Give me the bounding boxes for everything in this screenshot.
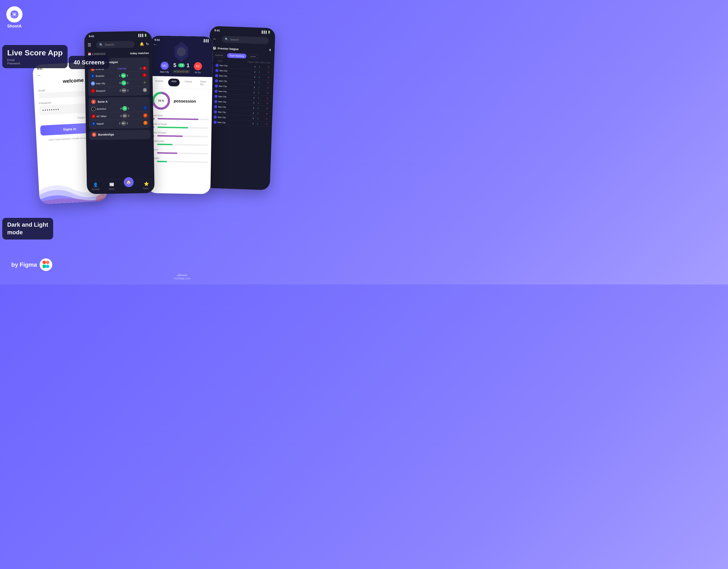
away-team-name: Fc Fu [195,71,201,74]
ranking-search[interactable]: 🔍 Search [222,36,269,44]
nav-favorites[interactable]: ⭐ Favo... [143,182,150,190]
ranking-signal: ▐▐▐ 🔋 [261,30,271,34]
stats-tab[interactable]: stats [168,79,180,86]
arsenal-time: 6.00 PM [118,67,126,70]
acmilan-away-logo: R [143,114,147,118]
team-dot-3 [215,79,218,82]
juventus-name: Juventus [96,107,106,110]
col-drew: Drew [260,61,265,64]
man-logo: M [142,66,146,70]
ranking-time: 9:41 [214,29,220,32]
everton-away-logo: F [143,73,147,77]
team-ranking-tab[interactable]: Team Ranking [227,53,247,59]
serie-a-icon: A [91,100,96,104]
notification-icon[interactable]: 🔔 [140,42,144,46]
stats-header: 9:41 ▐▐▐ ← MC Man City 5 [149,36,213,77]
match-row-everton[interactable]: E Everton 1 85 3 F [91,72,147,80]
app-title-text: Live Score App [7,48,63,57]
stats-tabs: Events stats Lineup Team Ra... [149,76,212,90]
password-hint: Password [7,62,63,65]
back-arrow-stats: ← [153,42,157,47]
napoli-score-home: 1 [119,122,120,125]
liverpool-logo: L [91,89,95,93]
mancity-badge: 71 [121,80,126,85]
acmilan-name: AC Milan [96,115,107,118]
juventus-score-away: 1 [128,107,129,110]
matches-tab[interactable]: matches [212,53,226,58]
napoli-badge: 90+ [121,121,126,126]
match-row-napoli[interactable]: N Napoli 1 90+ 2 R [92,119,148,127]
team-dot-1 [215,69,218,72]
team-dot-7 [214,100,217,103]
main-time: 9:41 [89,35,94,38]
home-team-name: Man City [160,70,169,73]
liverpool-away-logo: N [143,88,147,92]
stats-back[interactable]: ← [153,42,157,47]
stats-signal: ▐▐▐ [203,39,209,42]
col-played: Played [247,61,254,63]
score-tab[interactable]: score [248,54,258,59]
juventus-badge: 77 [122,106,127,111]
ranking-back[interactable]: ← [213,36,217,41]
mancity-score-away: 1 [127,82,128,84]
stat-corner: Corner 8 [148,147,211,157]
nav-news[interactable]: 📰 News [109,182,115,190]
ranking-league-name: Premier league [218,47,239,51]
app-title-label: Live Score App Email Password [2,45,68,68]
bundesliga-section: B Bundesliga [89,130,150,140]
juventus-logo: J [91,107,96,111]
app-name: ShootA [7,24,22,29]
refresh-icon[interactable]: ↻ [146,42,149,46]
stat-shots-target: Shots on target 20 [148,121,212,131]
napoli-name: Napoli [97,122,104,125]
match-row-mancity[interactable]: M man city 5 71 1 N [91,79,147,87]
dark-light-text: Dark and Lightmode [7,221,48,236]
svg-point-4 [14,14,15,15]
team-dot-5 [214,90,218,93]
team-dot-8 [214,105,217,108]
liverpool-badge: End [122,88,127,93]
main-signal: ▐▐▐ 🔋 [137,34,147,37]
logo-area: ShootA [6,6,23,29]
match-row-juventus[interactable]: J Juventus 4 77 1 I [91,104,147,113]
possession-row: 70 % possession [149,89,212,114]
pl-icon: ⚽ [212,46,216,50]
away-team-logo: FC [194,62,202,70]
serie-a-section: A Serie A J Juventus 4 77 1 I M AC Milan [89,97,150,129]
stat-shots-off-target: Shots of target 15 [148,130,212,140]
everton-score-away: 3 [127,74,128,77]
pl-badge-bg [170,40,193,64]
lineup-tab[interactable]: Lineup [181,79,195,87]
account-icon: 👤 [93,182,98,187]
possession-label: possession [174,99,196,104]
serie-a-header: A Serie A [91,99,147,104]
events-tab[interactable]: Events [152,78,166,86]
news-label: News [109,188,115,190]
nav-home-fab[interactable]: 🏠 [124,177,134,187]
share-icon[interactable]: ⬆ [269,48,272,52]
liverpool-name: liverpool [96,89,105,92]
liverpool-score-away: 2 [127,89,129,92]
napoli-away-logo: R [143,121,148,125]
ranking-rows-container: 1 Man City 1 1 0 1 Man City 1 1 0 1 Man [207,63,274,127]
team-ranking-tab[interactable]: Team Ra... [197,79,209,87]
match-row-acmilan[interactable]: M AC Milan 2 90+ 2 R [91,112,148,120]
possession-circle: 70 % [152,92,170,110]
serie-a-name: Serie A [98,100,108,103]
ranking-topbar: ← 🔍 Search [209,33,275,47]
acmilan-logo: M [91,114,96,118]
bundesliga-header: B Bundesliga [92,132,148,137]
napoli-logo: N [92,122,96,126]
team-dot-11 [213,121,216,124]
mancity-away-logo: N [143,81,147,85]
ranking-league-title: ⚽ Premier league [212,46,239,51]
match-row-liverpool[interactable]: L liverpool 2 End 2 N [91,86,147,95]
away-team-display: FC Fc Fu [194,62,202,74]
bottom-nav: 👤 Account 📰 News 🏠 ⭐ Favo... [87,179,155,194]
possession-pct: 70 % [154,94,168,108]
team-dot-2 [215,74,218,77]
mancity-name: man city [96,82,105,85]
nav-account[interactable]: 👤 Account [91,182,100,191]
stat-total-shots: Total shots 35 [148,113,212,123]
team-dot-4 [215,84,218,88]
